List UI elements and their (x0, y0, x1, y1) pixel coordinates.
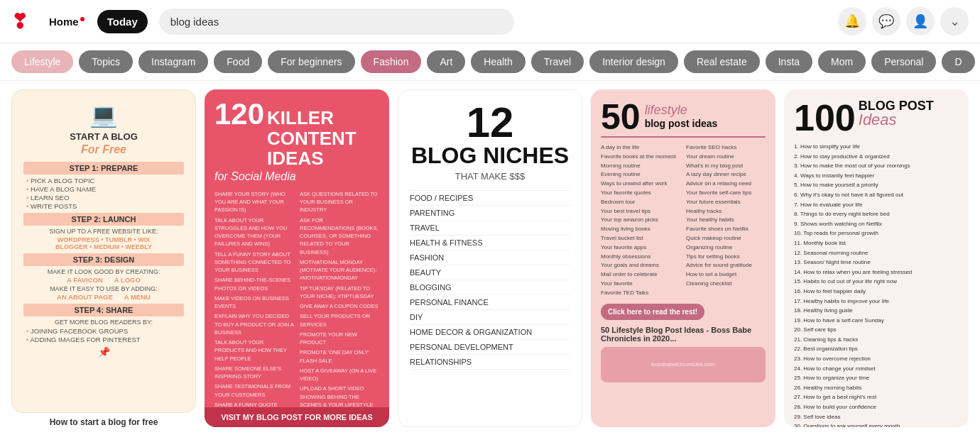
category-food[interactable]: Food (214, 50, 262, 73)
category-lifestyle[interactable]: Lifestyle (11, 50, 73, 73)
card2-footer[interactable]: VISIT MY BLOG POST FOR MORE IDEAS (205, 407, 389, 427)
category-instagram[interactable]: Instagram (138, 50, 208, 73)
card3-niches-list: FOOD / RECIPES PARENTING TRAVEL HEALTH &… (410, 190, 570, 370)
list-item: SELL YOUR PRODUCTS OR SERVICES (300, 312, 379, 329)
list-item: HAVE A BLOG NAME (26, 185, 184, 193)
list-item: JOINING FACEBOOK GROUPS (26, 327, 184, 335)
list-item: MOTIVATIONAL MONDAY (MOTIVATE YOUR AUDIE… (300, 258, 379, 282)
nav-home[interactable]: Home (39, 10, 94, 33)
pinterest-logo[interactable]: ❣ (11, 10, 28, 33)
card1-favicon: A FAVICON (67, 276, 103, 284)
category-d[interactable]: D (942, 50, 974, 73)
card1-title: START A BLOG (23, 131, 184, 142)
message-button[interactable]: 💬 (872, 7, 900, 35)
list-item: 13. Season/ Night time routine (794, 258, 959, 267)
card4-subtitle: blog post ideas (645, 118, 718, 129)
list-item: BEAUTY (410, 265, 570, 280)
card3-subtitle: THAT MAKE $$$ (410, 171, 570, 182)
card4-read-more-button[interactable]: Click here to read the rest! (601, 304, 704, 320)
card-lifestyle-wrapper: 50 lifestyle blog post ideas A day in th… (591, 89, 775, 427)
card1-step3-sub2: MAKE IT EASY TO USE BY ADDING: (23, 285, 184, 292)
card1-step3-label: STEP 3: DESIGN (23, 253, 184, 266)
card5-number: 100 (794, 99, 856, 136)
header: ❣ Home Today 🔔 💬 👤 ⌄ (0, 0, 980, 43)
list-item: HEALTH & FITNESS (410, 236, 570, 250)
card1-subtitle: For Free (23, 143, 184, 156)
list-item: TALK ABOUT YOUR STRUGGLES AND HOW YOU OV… (214, 216, 294, 248)
category-real-estate[interactable]: Real estate (684, 50, 760, 73)
category-health[interactable]: Health (471, 50, 525, 73)
list-item: Your best travel tips (601, 207, 680, 216)
list-item: HOME DECOR & ORGANIZATION (410, 325, 570, 340)
category-art[interactable]: Art (427, 50, 465, 73)
list-item: 29. Self love ideas (794, 412, 959, 422)
list-item: Healthy hacks (686, 207, 766, 216)
profile-button[interactable]: 👤 (906, 7, 935, 35)
list-item: WRITE POSTS (26, 202, 184, 210)
list-item: Your favorite self-care tips (686, 189, 766, 198)
card-killer-content[interactable]: 120 KILLER CONTENT IDEAS for Social Medi… (205, 89, 389, 427)
list-item: FOOD / RECIPES (410, 191, 570, 206)
list-item: Your healthy habits (686, 216, 766, 225)
list-item: TIP TUESDAY (RELATED TO YOUR NICHE): #TI… (300, 285, 379, 301)
list-item: Quick makeup routine (686, 234, 766, 243)
card4-footer-image: bossbabelchronicles.com (601, 347, 766, 382)
list-item: Morning routine (601, 162, 680, 171)
list-item: Favorite books at the moment (601, 153, 680, 162)
list-item: PICK A BLOG TOPIC (26, 177, 184, 184)
list-item: 11. Monthly book list (794, 238, 959, 248)
list-item: 4. Ways to instantly feel happier (794, 171, 959, 181)
list-item: 6. Why it's okay to not have it all figu… (794, 190, 959, 200)
card5-header: 100 BLOG POST Ideas (794, 99, 959, 136)
category-personal[interactable]: Personal (871, 50, 936, 73)
list-item: 2. How to stay productive & organized (794, 152, 959, 162)
card4-col2: Favorite SEO hacks Your dream routine Wh… (686, 143, 766, 298)
card3-title: BLOG NICHES (410, 144, 570, 168)
card-100-ideas[interactable]: 100 BLOG POST Ideas 1. How to simplify y… (784, 89, 969, 427)
list-item: 1. How to simplify your life (794, 142, 959, 152)
list-item: PARENTING (410, 206, 570, 221)
list-item: TELL A FUNNY STORY ABOUT SOMETHING CONNE… (214, 250, 294, 275)
list-item: GIVE AWAY A COUPON CODES (300, 302, 379, 310)
list-item: Your goals and dreams (601, 261, 680, 270)
list-item: 26. Healthy morning habits (794, 383, 959, 393)
list-item: 15. Habits to cut out of your life right… (794, 277, 959, 287)
category-mom[interactable]: Mom (818, 50, 866, 73)
card2-col2: ASK QUESTIONS RELATED TO YOUR BUSINESS O… (300, 190, 379, 427)
category-fashion[interactable]: Fashion (361, 50, 422, 73)
nav-today[interactable]: Today (97, 10, 148, 33)
header-icons: 🔔 💬 👤 ⌄ (838, 7, 969, 35)
card-killer-content-wrapper: 120 KILLER CONTENT IDEAS for Social Medi… (205, 89, 389, 427)
category-insta[interactable]: Insta (766, 50, 812, 73)
search-input[interactable] (159, 9, 514, 35)
list-item: EXPLAIN WHY YOU DECIDED TO BUY A PRODUCT… (214, 312, 294, 336)
list-item: 14. How to relax when you are feeling st… (794, 267, 959, 277)
category-topics[interactable]: Topics (79, 50, 133, 73)
card4-title-block: lifestyle blog post ideas (645, 103, 718, 135)
card1-logo: A LOGO (114, 276, 141, 284)
card-start-blog[interactable]: 💻 START A BLOG For Free STEP 1: PREPARE … (11, 89, 196, 413)
list-item: Favorite shoes on Netflix (686, 225, 766, 234)
category-for-beginners[interactable]: For beginners (268, 50, 354, 73)
card1-step4-list: JOINING FACEBOOK GROUPS ADDING IMAGES FO… (23, 327, 184, 343)
notification-button[interactable]: 🔔 (838, 7, 866, 35)
card5-title2: Ideas (859, 112, 934, 128)
card2-title: KILLER CONTENT IDEAS (267, 108, 379, 169)
list-item: HOST A GIVEAWAY (ON A LIVE VIDEO) (300, 367, 379, 383)
card-lifestyle[interactable]: 50 lifestyle blog post ideas A day in th… (591, 89, 775, 427)
list-item: Your favorite apps (601, 243, 680, 253)
card1-step3-items2: AN ABOUT PAGE A MENU (23, 293, 184, 301)
card1-step4-sub: GET MORE BLOG READERS BY: (23, 319, 184, 326)
card4-number: 50 (601, 99, 641, 135)
category-travel[interactable]: Travel (531, 50, 584, 73)
chevron-down-icon[interactable]: ⌄ (940, 7, 969, 35)
list-item: SHARE SOMEONE ELSE'S INSPIRING STORY (214, 365, 294, 381)
card4-header: 50 lifestyle blog post ideas (601, 99, 766, 135)
list-item: 24. How to change your mindset (794, 364, 959, 374)
card4-title: lifestyle (645, 103, 718, 118)
card2-subtitle: for Social Media (214, 170, 379, 183)
list-item: A day in the life (601, 143, 680, 153)
card-blog-niches[interactable]: 12 BLOG NICHES THAT MAKE $$$ FOOD / RECI… (398, 89, 582, 427)
category-interior-design[interactable]: Interior design (589, 50, 678, 73)
list-item: 18. Healthy living guide (794, 306, 959, 316)
